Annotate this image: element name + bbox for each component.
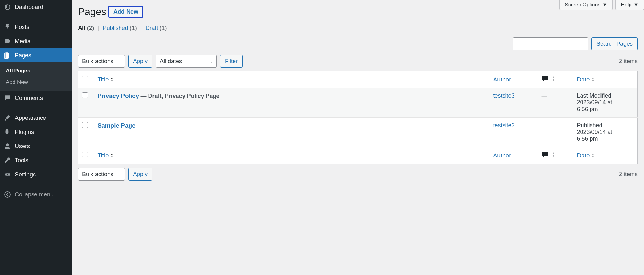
sidebar-item-tools[interactable]: Tools — [0, 153, 72, 167]
brush-icon — [4, 114, 11, 121]
add-new-button[interactable]: Add New — [108, 6, 143, 18]
row-status-suffix: — Draft, Privacy Policy Page — [139, 93, 219, 99]
help-label: Help — [621, 2, 631, 8]
sidebar-label: Appearance — [15, 115, 46, 121]
sidebar-item-media[interactable]: Media — [0, 34, 72, 48]
sidebar-label: Tools — [15, 157, 28, 164]
settings-icon — [4, 171, 11, 178]
search-input[interactable] — [513, 37, 588, 50]
pages-submenu: All Pages Add New — [0, 62, 72, 91]
svg-point-0 — [5, 192, 10, 197]
filter-published[interactable]: Published — [103, 25, 128, 31]
sidebar-item-posts[interactable]: Posts — [0, 20, 72, 34]
pin-icon — [4, 24, 11, 31]
screen-options-button[interactable]: Screen Options ▼ — [559, 0, 613, 10]
dates-select[interactable]: All dates — [156, 55, 217, 68]
sidebar-label: Comments — [15, 95, 43, 101]
row-date: Last Modified 2023/09/14 at 6:56 pm — [573, 88, 638, 118]
column-author[interactable]: Author — [489, 71, 538, 88]
row-date: Published 2023/09/14 at 6:56 pm — [573, 118, 638, 147]
plugin-icon — [4, 128, 11, 136]
pages-icon — [4, 52, 11, 59]
collapse-label: Collapse menu — [15, 191, 53, 198]
filter-all[interactable]: All (2) — [78, 25, 94, 31]
column-comments[interactable]: ▲▼ — [538, 71, 573, 88]
row-title-link[interactable]: Sample Page — [98, 122, 136, 129]
chevron-down-icon: ▼ — [633, 2, 639, 8]
row-author-link[interactable]: testsite3 — [493, 92, 515, 99]
apply-button-bottom[interactable]: Apply — [128, 168, 152, 181]
select-all-checkbox-bottom[interactable] — [82, 152, 88, 157]
row-author-link[interactable]: testsite3 — [493, 122, 515, 128]
sidebar-item-pages[interactable]: Pages — [0, 48, 72, 62]
row-checkbox[interactable] — [82, 122, 88, 128]
apply-button[interactable]: Apply — [128, 55, 152, 68]
comment-bubble-icon — [542, 151, 549, 158]
column-date-bottom[interactable]: Date▲▼ — [573, 147, 638, 164]
table-row: Sample Page testsite3 — Published 2023/0… — [78, 118, 638, 147]
status-filter-links: All (2) | Published (1) | Draft (1) — [78, 25, 638, 32]
sidebar-label: Media — [15, 38, 31, 45]
sidebar-item-users[interactable]: Users — [0, 139, 72, 153]
user-icon — [4, 143, 11, 150]
search-pages-button[interactable]: Search Pages — [591, 37, 638, 50]
row-title-link[interactable]: Privacy Policy — [98, 92, 139, 99]
collapse-icon — [4, 191, 11, 198]
sidebar-label: Dashboard — [15, 4, 43, 11]
submenu-add-new[interactable]: Add New — [0, 77, 72, 88]
sidebar-item-plugins[interactable]: Plugins — [0, 125, 72, 139]
comment-bubble-icon — [542, 75, 549, 82]
sidebar-item-comments[interactable]: Comments — [0, 91, 72, 105]
sidebar-label: Pages — [15, 52, 31, 59]
items-count-bottom: 2 items — [619, 171, 638, 178]
sidebar-label: Settings — [15, 171, 36, 178]
row-comments: — — [538, 88, 573, 118]
sidebar-item-appearance[interactable]: Appearance — [0, 111, 72, 125]
row-checkbox[interactable] — [82, 92, 88, 98]
items-count: 2 items — [619, 58, 638, 65]
pages-table: Title▲▼ Author ▲▼ Date▲▼ Privacy Policy … — [78, 71, 638, 164]
bulk-actions-select-bottom[interactable]: Bulk actions — [78, 168, 125, 181]
bulk-actions-select[interactable]: Bulk actions — [78, 55, 125, 68]
submenu-all-pages[interactable]: All Pages — [0, 65, 72, 77]
select-all-checkbox[interactable] — [82, 76, 88, 81]
column-comments-bottom[interactable]: ▲▼ — [538, 147, 573, 164]
chevron-down-icon: ▼ — [602, 2, 607, 8]
column-title[interactable]: Title▲▼ — [94, 71, 489, 88]
page-title: Pages — [78, 6, 106, 18]
column-author-bottom[interactable]: Author — [489, 147, 538, 164]
screen-options-label: Screen Options — [565, 2, 600, 8]
comment-icon — [4, 94, 11, 101]
sidebar-item-dashboard[interactable]: Dashboard — [0, 0, 72, 14]
sidebar-label: Plugins — [15, 129, 34, 136]
sidebar-label: Posts — [15, 24, 29, 31]
table-row: Privacy Policy — Draft, Privacy Policy P… — [78, 88, 638, 118]
admin-sidebar: Dashboard Posts Media Pages All Pages Ad… — [0, 0, 72, 275]
filter-button[interactable]: Filter — [220, 55, 243, 68]
column-date[interactable]: Date▲▼ — [573, 71, 638, 88]
help-button[interactable]: Help ▼ — [615, 0, 644, 10]
filter-draft[interactable]: Draft — [146, 25, 158, 31]
column-title-bottom[interactable]: Title▲▼ — [94, 147, 489, 164]
collapse-menu[interactable]: Collapse menu — [0, 187, 72, 202]
wrench-icon — [4, 157, 11, 164]
row-comments: — — [538, 118, 573, 147]
sidebar-label: Users — [15, 143, 30, 150]
dashboard-icon — [4, 4, 11, 11]
media-icon — [4, 38, 11, 45]
sidebar-item-settings[interactable]: Settings — [0, 167, 72, 182]
